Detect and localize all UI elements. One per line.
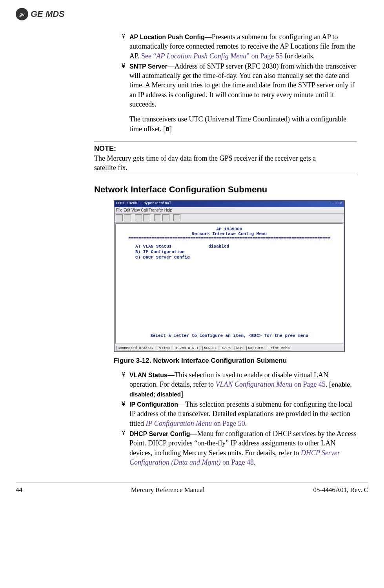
bracket-open: . [	[326, 380, 331, 388]
toolbar-btn-icon	[162, 214, 169, 221]
row-key: C)	[135, 255, 140, 260]
window-controls-icon: — □ ×	[332, 201, 342, 207]
toolbar-btn-icon	[154, 214, 161, 221]
bracket-close: ]	[181, 390, 183, 398]
figure-terminal: COM1 19200 - HyperTerminal — □ × File Ed…	[114, 200, 345, 352]
status-scroll: SCROLL	[202, 346, 218, 351]
row-key: A)	[135, 244, 140, 249]
bullet-para2: The transceivers use UTC (Universal Time…	[129, 115, 346, 132]
link-text: VLAN Configuration Menu	[215, 380, 292, 388]
brand-text: GE MDS	[31, 9, 65, 19]
bullet-vlan: ¥ VLAN Status—This selection is used to …	[122, 370, 357, 399]
toolbar-btn-icon	[173, 214, 180, 221]
terminal-statusbar: Connected 0:33:37 VT100 19200 8-N-1 SCRO…	[115, 345, 344, 351]
status-caps: CAPS	[221, 346, 233, 351]
bullet-marker: ¥	[122, 370, 125, 379]
link-suffix: ” on Page 55	[246, 52, 282, 60]
terminal-titlebar: COM1 19200 - HyperTerminal — □ ×	[115, 201, 344, 207]
terminal-window: COM1 19200 - HyperTerminal — □ × File Ed…	[114, 200, 345, 352]
terminal-divider: ========================================…	[120, 236, 339, 241]
bullet-label: VLAN Status	[129, 372, 167, 378]
window-title: COM1 19200 - HyperTerminal	[116, 201, 171, 207]
status-capture: Capture	[246, 346, 264, 351]
terminal-menubar: File Edit View Call Transfer Help	[115, 207, 344, 213]
link-ip-config[interactable]: IP Configuration Menu on Page 50	[146, 420, 245, 427]
note-label: NOTE:	[94, 144, 120, 153]
toolbar-btn-icon	[116, 214, 123, 221]
menu-row-b: B) IP Configuration	[135, 250, 339, 254]
bullet-label: DHCP Server Config	[129, 431, 190, 437]
bullet-tail: for details.	[283, 52, 315, 60]
terminal-footer-prompt: Select a letter to configure an item, <E…	[116, 333, 343, 338]
bullet-dhcp: ¥ DHCP Server Config—Menu for configurat…	[122, 429, 357, 467]
status-print: Print echo	[267, 346, 291, 351]
link-page: on Page 50	[212, 420, 245, 427]
terminal-banner-top: AP 1935000	[120, 227, 339, 232]
footer-page-number: 44	[16, 486, 22, 494]
link-page: on Page 45	[292, 380, 326, 388]
figure-caption: Figure 3-12. Network Interface Configura…	[114, 357, 368, 365]
bullet-label: SNTP Server	[129, 63, 167, 70]
footer-doc-rev: 05-4446A01, Rev. C	[313, 486, 368, 494]
link-ap-location[interactable]: See “AP Location Push Config Menu” on Pa…	[141, 52, 283, 60]
bullet-marker: ¥	[122, 400, 125, 409]
link-text: AP Location Push Config Menu	[157, 52, 247, 60]
row-label: DHCP Server Config	[143, 255, 190, 260]
link-page: on Page 48	[221, 458, 254, 466]
bullet-marker: ¥	[122, 32, 125, 41]
bullet-label: AP Location Push Config	[129, 34, 205, 40]
terminal-toolbar	[115, 213, 344, 223]
page-header: ge GE MDS	[16, 8, 368, 20]
link-text: IP Configuration Menu	[146, 420, 212, 427]
page-footer: 44 Mercury Reference Manual 05-4446A01, …	[16, 483, 368, 494]
bullet-para2-close: ]	[169, 125, 172, 133]
status-term: VT100	[158, 346, 171, 351]
period: .	[245, 420, 247, 427]
status-conn: Connected 0:33:37	[116, 346, 155, 351]
toolbar-btn-icon	[135, 214, 142, 221]
footer-title: Mercury Reference Manual	[131, 486, 205, 494]
status-num: NUM	[235, 346, 244, 351]
note-text: The Mercury gets time of day data from t…	[94, 154, 329, 173]
terminal-body: AP 1935000 Network Interface Config Menu…	[115, 223, 343, 344]
menu-row-a: A) VLAN Status disabled	[135, 244, 339, 249]
bullet-sntp: ¥ SNTP Server—Address of SNTP server (RF…	[122, 62, 357, 134]
bullet-ap-location: ¥ AP Location Push Config—Presents a sub…	[122, 32, 357, 61]
link-vlan[interactable]: VLAN Configuration Menu on Page 45	[215, 380, 326, 388]
note-block: NOTE: The Mercury gets time of day data …	[94, 141, 357, 175]
section-heading: Network Interface Configuration Submenu	[94, 185, 368, 195]
terminal-banner: Network Interface Config Menu	[120, 232, 339, 236]
bullet-label: IP Configuration	[129, 401, 178, 408]
status-baud: 19200 8-N-1	[174, 346, 200, 351]
menu-row-c: C) DHCP Server Config	[135, 255, 339, 260]
bullet-ip-config: ¥ IP Configuration—This selection presen…	[122, 400, 357, 428]
row-label: VLAN Status	[143, 244, 206, 249]
toolbar-btn-icon	[143, 214, 150, 221]
ge-logo-icon: ge	[16, 8, 28, 20]
link-prefix: See “	[141, 52, 156, 60]
row-value: disabled	[208, 244, 229, 249]
mono-value: 0	[166, 126, 169, 133]
row-label: IP Configuration	[143, 250, 185, 254]
toolbar-btn-icon	[124, 214, 131, 221]
bullet-marker: ¥	[122, 62, 125, 71]
row-key: B)	[135, 250, 140, 254]
bullet-marker: ¥	[122, 429, 125, 438]
period: .	[254, 458, 256, 466]
